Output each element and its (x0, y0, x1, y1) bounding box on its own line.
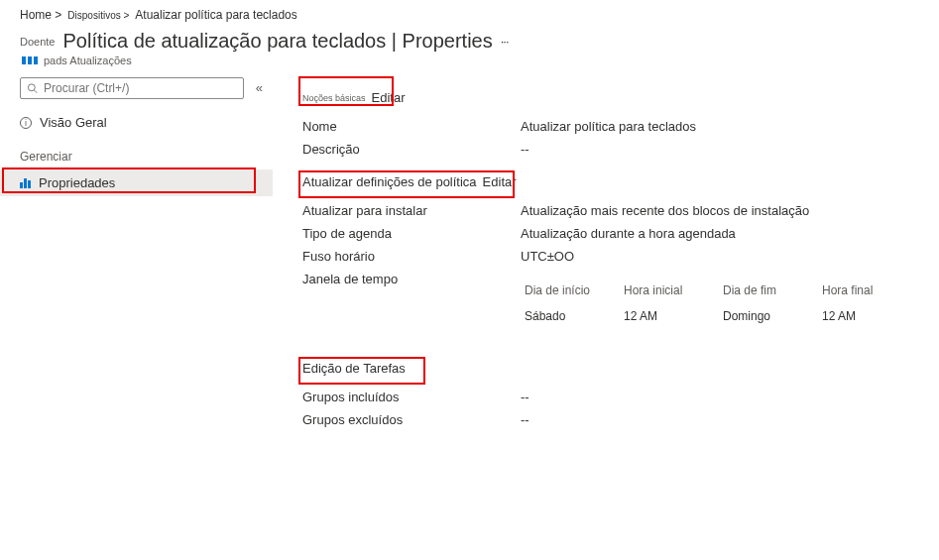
row-schedule-type: Tipo de agenda Atualização durante a hor… (302, 222, 919, 245)
timewindow-table: Dia de início Hora inicial Dia de fim Ho… (521, 278, 917, 329)
page-title: Política de atualização para teclados | … (62, 30, 492, 53)
col-end-time: Hora final (818, 278, 917, 303)
label-name: Nome (302, 119, 521, 134)
label-excluded-groups: Grupos excluídos (302, 412, 521, 427)
cell-start-day: Sábado (521, 303, 620, 329)
row-excluded-groups: Grupos excluídos -- (302, 408, 919, 431)
page-header: Doente Política de atualização para tecl… (0, 26, 939, 76)
sidebar: « i Visão Geral Gerenciar Propriedades (0, 76, 273, 451)
col-start-day: Dia de início (521, 278, 620, 303)
table-header: Dia de início Hora inicial Dia de fim Ho… (521, 278, 917, 303)
label-timewindow: Janela de tempo (302, 272, 521, 286)
sidebar-item-overview[interactable]: i Visão Geral (0, 109, 273, 136)
value-description: -- (521, 142, 529, 157)
label-included-groups: Grupos incluídos (302, 390, 521, 404)
row-name: Nome Atualizar política para teclados (302, 115, 919, 138)
row-timezone: Fuso horário UTC±OO (302, 245, 919, 268)
section-basics-title: Noções básicas (302, 93, 366, 103)
sidebar-section-manage: Gerenciar (0, 136, 273, 169)
edit-policy-link[interactable]: Editar (483, 174, 517, 189)
search-icon (27, 82, 38, 94)
pads-icon (22, 56, 38, 64)
row-description: Descrição -- (302, 138, 919, 161)
value-update-install: Atualização mais recente dos blocos de i… (521, 203, 809, 218)
sidebar-item-label: Visão Geral (40, 115, 107, 130)
properties-icon (20, 178, 31, 188)
cell-start-time: 12 AM (620, 303, 719, 329)
breadcrumb-devices[interactable]: Dispositivos > (67, 10, 129, 21)
label-update-install: Atualizar para instalar (302, 203, 521, 218)
header-subtype: pads Atualizações (44, 55, 132, 66)
svg-line-1 (35, 90, 38, 93)
section-basics-head: Noções básicas Editar (302, 90, 406, 105)
cell-end-time: 12 AM (818, 303, 917, 329)
value-timezone: UTC±OO (521, 249, 574, 264)
value-included-groups: -- (521, 390, 529, 404)
more-icon[interactable]: ··· (501, 34, 509, 49)
section-assignments-head: Edição de Tarefas (302, 361, 406, 376)
breadcrumb: Home > Dispositivos > Atualizar política… (0, 0, 939, 26)
header-prelabel: Doente (20, 36, 55, 48)
label-description: Descrição (302, 142, 521, 157)
section-policy-title: Atualizar definições de política (302, 174, 477, 189)
label-timezone: Fuso horário (302, 249, 521, 264)
content-pane: Noções básicas Editar Nome Atualizar pol… (273, 76, 939, 451)
row-included-groups: Grupos incluídos -- (302, 386, 919, 408)
collapse-sidebar-icon[interactable]: « (252, 76, 267, 99)
col-end-day: Dia de fim (719, 278, 818, 303)
row-update-install: Atualizar para instalar Atualização mais… (302, 199, 919, 222)
section-assignments-title[interactable]: Edição de Tarefas (302, 361, 406, 376)
breadcrumb-current: Atualizar política para teclados (135, 8, 296, 22)
info-icon: i (20, 117, 32, 129)
search-box[interactable] (20, 77, 244, 99)
section-policy-head: Atualizar definições de política Editar (302, 174, 517, 189)
edit-basics-link[interactable]: Editar (372, 90, 406, 105)
search-input[interactable] (44, 81, 237, 95)
svg-point-0 (28, 83, 35, 90)
row-timewindow: Janela de tempo Dia de início Hora inici… (302, 268, 919, 333)
value-schedule-type: Atualização durante a hora agendada (521, 226, 736, 241)
sidebar-item-properties[interactable]: Propriedades (0, 169, 273, 196)
label-schedule-type: Tipo de agenda (302, 226, 521, 241)
table-row: Sábado 12 AM Domingo 12 AM (521, 303, 917, 329)
cell-end-day: Domingo (719, 303, 818, 329)
breadcrumb-home[interactable]: Home > (20, 8, 61, 22)
value-name: Atualizar política para teclados (521, 119, 696, 134)
col-start-time: Hora inicial (620, 278, 719, 303)
value-excluded-groups: -- (521, 412, 529, 427)
sidebar-item-label: Propriedades (39, 175, 115, 190)
